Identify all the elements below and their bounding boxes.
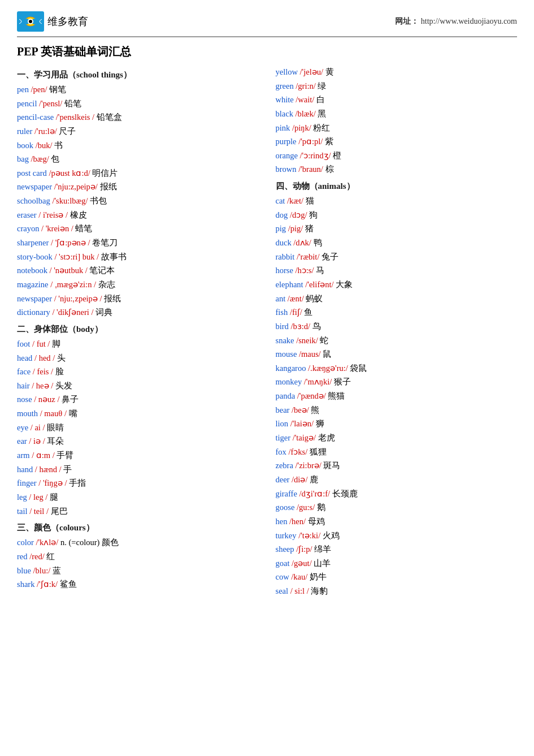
vocab-word: dog (276, 210, 288, 219)
vocab-meaning: 熊 (311, 405, 319, 414)
vocab-word: arm (17, 451, 30, 460)
vocab-phonetic: /pen/ (31, 85, 47, 94)
vocab-meaning: 火鸡 (323, 531, 340, 540)
vocab-meaning: 鹅 (317, 503, 325, 512)
vocab-word: magazine (17, 280, 49, 289)
vocab-word: newspaper (17, 182, 52, 191)
vocab-item: bear /beə/ 熊 (276, 403, 518, 417)
vocab-item: red /red/ 红 (17, 550, 259, 564)
vocab-phonetic: / si:l / (290, 586, 309, 595)
vocab-item: tail / teil / 尾巴 (17, 504, 259, 519)
vocab-phonetic: /blu:/ (33, 566, 51, 575)
section-title-bold: school things (76, 70, 123, 79)
vocab-word: foot (17, 339, 30, 348)
vocab-meaning: 老虎 (318, 433, 335, 442)
vocab-item: ruler /'ru:lə/ 尺子 (17, 124, 259, 139)
vocab-meaning: 橡皮 (70, 210, 87, 219)
vocab-phonetic: / ɑ:m / (32, 451, 55, 460)
vocab-word: pig (276, 224, 286, 233)
vocab-meaning: 母鸡 (308, 517, 325, 526)
vocab-phonetic: /beə/ (292, 405, 309, 414)
vocab-phonetic: / feis / (33, 367, 53, 376)
vocab-phonetic: /ʃi:p/ (296, 545, 312, 554)
vocab-meaning: 嘴 (69, 409, 77, 418)
vocab-item: mouth / mauθ / 嘴 (17, 407, 259, 421)
vocab-phonetic: /fiʃ/ (290, 308, 302, 317)
vocab-phonetic: /'ræbit/ (297, 252, 319, 261)
vocab-meaning: 杂志 (98, 280, 115, 289)
vocab-word: tail (17, 507, 28, 516)
vocab-meaning: 绵羊 (314, 545, 331, 554)
vocab-phonetic: / 'stɔ:ri] buk / (54, 252, 99, 261)
vocab-word: mouth (17, 409, 38, 418)
vocab-meaning: 词典 (95, 308, 112, 317)
vocab-meaning: 蚂蚁 (306, 294, 323, 303)
vocab-meaning: 尺子 (59, 127, 76, 136)
vocab-word: ear (17, 437, 27, 446)
vocab-meaning: 橙 (333, 151, 341, 160)
vocab-phonetic: /hen/ (289, 517, 306, 526)
section-header: 三、颜色（colours） (17, 522, 259, 533)
vocab-meaning: 蛇 (320, 336, 328, 345)
vocab-item: pencil /'pensl/ 铅笔 (17, 97, 259, 111)
vocab-word: dictionary (17, 308, 50, 317)
vocab-meaning: 手指 (69, 478, 86, 487)
vocab-item: yellow /'jeləu/ 黄 (276, 65, 518, 79)
vocab-phonetic: /.kæŋgə'ru:/ (308, 364, 348, 373)
vocab-meaning: 白 (316, 95, 325, 104)
vocab-word: black (276, 109, 293, 118)
vocab-phonetic: /buk/ (36, 141, 53, 150)
vocab-word: post card (17, 169, 47, 178)
vocab-word: cow (276, 572, 289, 581)
vocab-word: giraffe (276, 489, 297, 498)
vocab-item: story-book / 'stɔ:ri] buk / 故事书 (17, 250, 259, 264)
vocab-word: story-book (17, 252, 53, 261)
vocab-meaning: 卷笔刀 (92, 238, 118, 247)
vocab-meaning: 蓝 (53, 566, 61, 575)
vocab-item: sheep /ʃi:p/ 绵羊 (276, 542, 518, 556)
vocab-word: schoolbag (17, 196, 50, 205)
vocab-word: purple (276, 137, 297, 146)
vocab-item: head / hed / 头 (17, 351, 259, 365)
vocab-word: ruler (17, 127, 32, 136)
vocab-phonetic: / i'reisə / (38, 210, 68, 219)
vocab-phonetic: /'penslkeis / (56, 113, 94, 122)
vocab-word: cat (276, 196, 285, 205)
vocab-item: pink /piŋk/ 粉红 (276, 121, 518, 135)
vocab-meaning: 尾巴 (51, 507, 68, 516)
vocab-word: shark (17, 580, 34, 589)
vocab-word: eraser (17, 210, 37, 219)
vocab-meaning: 袋鼠 (350, 364, 367, 373)
vocab-phonetic: / 'dikʃəneri / (52, 308, 93, 317)
vocab-item: pig /pig/ 猪 (276, 222, 518, 236)
vocab-word: bird (276, 322, 289, 331)
vocab-phonetic: / ai / (31, 423, 45, 432)
vocab-word: blue (17, 566, 31, 575)
vocab-meaning: 明信片 (92, 169, 118, 178)
vocab-meaning: 绿 (318, 81, 326, 90)
vocab-phonetic: / nəuz / (34, 395, 59, 404)
vocab-phonetic: /gəut/ (292, 559, 312, 568)
vocab-meaning: 头 (57, 353, 66, 362)
vocab-item: blue /blu:/ 蓝 (17, 564, 259, 578)
vocab-item: orange /'ɔ:rindʒ/ 橙 (276, 149, 518, 163)
vocab-phonetic: /'pændə/ (297, 391, 326, 400)
vocab-meaning: 脸 (55, 367, 64, 376)
vocab-word: bag (17, 154, 29, 163)
vocab-meaning: 兔子 (322, 252, 338, 261)
section-header: 二、身体部位（body） (17, 324, 259, 335)
vocab-item: sharpener / 'ʃɑ:pənə / 卷笔刀 (17, 236, 259, 250)
vocab-item: tiger /'taigə/ 老虎 (276, 431, 518, 445)
vocab-meaning: 故事书 (101, 252, 127, 261)
vocab-word: color (17, 538, 34, 547)
vocab-item: crayon / 'kreiən / 蜡笔 (17, 222, 259, 236)
vocab-phonetic: /bɜ:d/ (290, 322, 310, 331)
vocab-item: shark /'ʃɑ:k/ 鲨鱼 (17, 577, 259, 591)
website-label: 网址： (395, 17, 419, 25)
vocab-phonetic: /kæt/ (287, 196, 303, 205)
company-name: 维多教育 (47, 15, 88, 28)
vocab-item: brown /'braun/ 棕 (276, 162, 518, 176)
vocab-phonetic: / 'fiŋgə / (38, 478, 67, 487)
vocab-phonetic: /ænt/ (288, 294, 304, 303)
vocab-phonetic: /piŋk/ (292, 123, 311, 132)
